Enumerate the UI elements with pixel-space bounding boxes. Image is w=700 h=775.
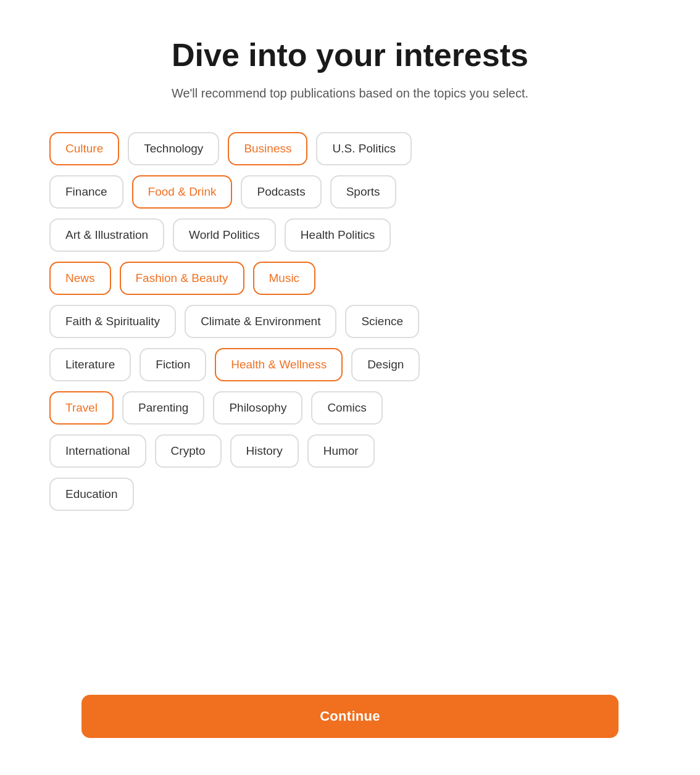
topic-tag-international[interactable]: International bbox=[49, 434, 146, 468]
topics-row-3: NewsFashion & BeautyMusic bbox=[49, 262, 651, 295]
topic-tag-music[interactable]: Music bbox=[253, 262, 316, 295]
topic-tag-climate-environment[interactable]: Climate & Environment bbox=[185, 305, 336, 338]
topic-tag-design[interactable]: Design bbox=[351, 348, 420, 381]
topic-tag-health-wellness[interactable]: Health & Wellness bbox=[215, 348, 343, 381]
header-section: Dive into your interests We'll recommend… bbox=[49, 37, 651, 102]
page-title: Dive into your interests bbox=[49, 37, 651, 74]
topic-tag-business[interactable]: Business bbox=[228, 132, 307, 165]
topic-tag-world-politics[interactable]: World Politics bbox=[173, 218, 276, 252]
topic-tag-literature[interactable]: Literature bbox=[49, 348, 131, 381]
topic-tag-news[interactable]: News bbox=[49, 262, 111, 295]
topic-tag-fiction[interactable]: Fiction bbox=[140, 348, 206, 381]
topic-tag-comics[interactable]: Comics bbox=[311, 391, 382, 425]
topic-tag-crypto[interactable]: Crypto bbox=[155, 434, 222, 468]
topics-row-1: FinanceFood & DrinkPodcastsSports bbox=[49, 175, 651, 209]
topics-row-5: LiteratureFictionHealth & WellnessDesign bbox=[49, 348, 651, 381]
topic-tag-food-drink[interactable]: Food & Drink bbox=[132, 175, 233, 209]
topic-tag-finance[interactable]: Finance bbox=[49, 175, 123, 209]
topic-tag-philosophy[interactable]: Philosophy bbox=[213, 391, 302, 425]
topic-tag-parenting[interactable]: Parenting bbox=[122, 391, 204, 425]
topics-row-8: Education bbox=[49, 478, 651, 511]
topic-tag-education[interactable]: Education bbox=[49, 478, 134, 511]
topic-tag-humor[interactable]: Humor bbox=[307, 434, 375, 468]
topic-tag-podcasts[interactable]: Podcasts bbox=[241, 175, 321, 209]
page-container: Dive into your interests We'll recommend… bbox=[0, 0, 700, 775]
topic-tag-science[interactable]: Science bbox=[345, 305, 419, 338]
topic-tag-health-politics[interactable]: Health Politics bbox=[285, 218, 391, 252]
topic-tag-history[interactable]: History bbox=[230, 434, 299, 468]
topic-tag-travel[interactable]: Travel bbox=[49, 391, 114, 425]
topic-tag-technology[interactable]: Technology bbox=[128, 132, 219, 165]
topic-tag-sports[interactable]: Sports bbox=[330, 175, 396, 209]
page-subtitle: We'll recommend top publications based o… bbox=[49, 84, 651, 102]
topic-tag-art-illustration[interactable]: Art & Illustration bbox=[49, 218, 164, 252]
topic-tag-fashion-beauty[interactable]: Fashion & Beauty bbox=[120, 262, 244, 295]
topics-row-2: Art & IllustrationWorld PoliticsHealth P… bbox=[49, 218, 651, 252]
continue-button[interactable]: Continue bbox=[81, 695, 619, 738]
topic-tag-faith-spirituality[interactable]: Faith & Spirituality bbox=[49, 305, 176, 338]
topics-row-6: TravelParentingPhilosophyComics bbox=[49, 391, 651, 425]
topic-tag-culture[interactable]: Culture bbox=[49, 132, 119, 165]
topics-row-4: Faith & SpiritualityClimate & Environmen… bbox=[49, 305, 651, 338]
topics-row-0: CultureTechnologyBusinessU.S. Politics bbox=[49, 132, 651, 165]
topics-row-7: InternationalCryptoHistoryHumor bbox=[49, 434, 651, 468]
topics-container: CultureTechnologyBusinessU.S. PoliticsFi… bbox=[49, 132, 651, 511]
topic-tag-us-politics[interactable]: U.S. Politics bbox=[316, 132, 411, 165]
